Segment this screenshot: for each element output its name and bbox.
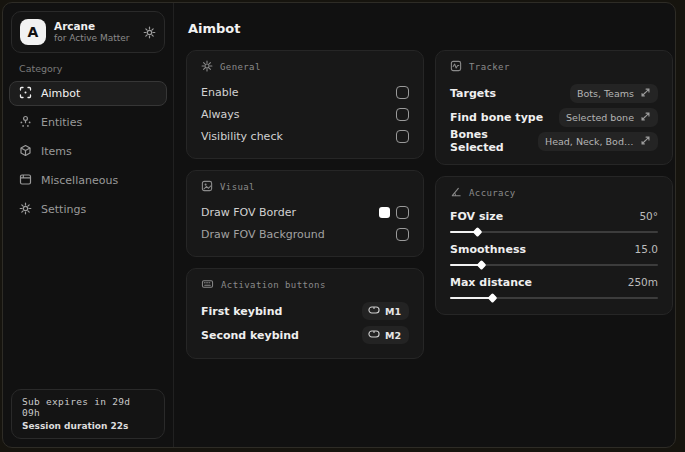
slider-thumb[interactable] bbox=[477, 260, 487, 270]
activation-card-header: Activation buttons bbox=[201, 278, 409, 292]
dropdown-label: Targets bbox=[450, 87, 496, 100]
keybind-row: Second keybind M2 bbox=[201, 323, 409, 347]
setting-label: Enable bbox=[201, 86, 238, 99]
slider-value: 250m bbox=[628, 276, 658, 288]
right-column: Tracker Targets Bots, Teams Find bone ty… bbox=[435, 50, 673, 315]
setting-row: Draw FOV Border bbox=[201, 201, 409, 223]
sidebar-item-items[interactable]: Items bbox=[9, 139, 167, 164]
dropdown-value: Selected bone bbox=[566, 112, 634, 123]
dropdown-label: Find bone type bbox=[450, 111, 543, 124]
accuracy-card: Accuracy FOV size 50° bbox=[435, 176, 673, 315]
section-title: Activation buttons bbox=[221, 280, 326, 290]
main-content: Aimbot General Enable Always bbox=[174, 3, 676, 447]
panel-lines-icon bbox=[19, 173, 32, 189]
setting-row: Draw FOV Background bbox=[201, 223, 409, 245]
angle-icon bbox=[450, 186, 462, 200]
accuracy-card-header: Accuracy bbox=[450, 186, 658, 200]
app-name: Arcane bbox=[54, 20, 130, 33]
skeleton-icon bbox=[19, 115, 32, 131]
dropdown-row: Bones Selected Head, Neck, Body, Pe.. bbox=[450, 129, 658, 153]
app-window: A Arcane for Active Matter Category Aimb… bbox=[2, 2, 676, 448]
setting-row: Enable bbox=[201, 81, 409, 103]
dropdown-label: Bones Selected bbox=[450, 128, 538, 154]
section-title: General bbox=[220, 62, 261, 72]
app-header-card: A Arcane for Active Matter bbox=[11, 11, 165, 53]
setting-row: Visibility check bbox=[201, 125, 409, 147]
setting-label: Always bbox=[201, 108, 240, 121]
sub-expiry-text: Sub expires in 29d 09h bbox=[22, 396, 154, 418]
sidebar-item-entities[interactable]: Entities bbox=[9, 110, 167, 135]
expand-icon bbox=[640, 135, 651, 148]
visual-card: Visual Draw FOV Border Draw FOV Backgrou… bbox=[186, 170, 424, 257]
gear-icon bbox=[19, 202, 32, 218]
slider-value: 15.0 bbox=[635, 243, 658, 255]
find-bone-type-dropdown[interactable]: Selected bone bbox=[559, 108, 658, 127]
slider-label: Smoothness bbox=[450, 243, 526, 256]
tracker-card-header: Tracker bbox=[450, 60, 658, 74]
gear-icon[interactable] bbox=[143, 26, 156, 39]
setting-label: Visibility check bbox=[201, 130, 283, 143]
page-title: Aimbot bbox=[188, 21, 673, 36]
keybind-value: M1 bbox=[385, 306, 401, 317]
keyboard-icon bbox=[201, 278, 214, 292]
scan-frame-icon bbox=[19, 86, 32, 102]
general-card: General Enable Always Visibility check bbox=[186, 50, 424, 159]
keybind-label: Second keybind bbox=[201, 329, 299, 342]
draw-fov-background-checkbox[interactable] bbox=[396, 228, 409, 241]
section-title: Accuracy bbox=[469, 188, 516, 198]
fov-size-slider[interactable] bbox=[450, 231, 658, 233]
category-label: Category bbox=[19, 63, 157, 74]
slider-thumb[interactable] bbox=[473, 227, 483, 237]
setting-label: Draw FOV Border bbox=[201, 206, 296, 219]
slider-group: Max distance 250m bbox=[450, 273, 658, 299]
mouse-icon bbox=[368, 304, 380, 318]
sidebar-item-label: Items bbox=[41, 145, 72, 158]
app-title-block: Arcane for Active Matter bbox=[54, 20, 130, 44]
dropdown-value: Head, Neck, Body, Pe.. bbox=[545, 136, 634, 147]
left-column: General Enable Always Visibility check bbox=[186, 50, 424, 359]
smoothness-slider[interactable] bbox=[450, 264, 658, 266]
gear-sparkle-icon bbox=[201, 60, 213, 74]
slider-label: FOV size bbox=[450, 210, 503, 223]
keybind-row: First keybind M1 bbox=[201, 299, 409, 323]
expand-icon bbox=[640, 87, 651, 100]
setting-row: Always bbox=[201, 103, 409, 125]
draw-fov-border-checkbox[interactable] bbox=[396, 206, 409, 219]
image-frame-icon bbox=[201, 180, 213, 194]
mouse-icon bbox=[368, 328, 380, 342]
visibility-check-checkbox[interactable] bbox=[396, 130, 409, 143]
bones-selected-dropdown[interactable]: Head, Neck, Body, Pe.. bbox=[538, 132, 658, 151]
sidebar-nav: Aimbot Entities Items Miscellaneous Sett… bbox=[3, 81, 173, 222]
slider-thumb[interactable] bbox=[487, 293, 497, 303]
sidebar-item-label: Settings bbox=[41, 203, 86, 216]
sidebar-item-miscellaneous[interactable]: Miscellaneous bbox=[9, 168, 167, 193]
slider-value: 50° bbox=[639, 210, 658, 222]
fov-border-color-swatch[interactable] bbox=[379, 207, 390, 218]
subscription-info-card: Sub expires in 29d 09h Session duration … bbox=[11, 389, 165, 439]
visual-card-header: Visual bbox=[201, 180, 409, 194]
first-keybind-button[interactable]: M1 bbox=[362, 302, 409, 320]
sidebar-item-aimbot[interactable]: Aimbot bbox=[9, 81, 167, 106]
sidebar: A Arcane for Active Matter Category Aimb… bbox=[3, 3, 174, 447]
sidebar-item-label: Entities bbox=[41, 116, 82, 129]
enable-checkbox[interactable] bbox=[396, 86, 409, 99]
sidebar-item-settings[interactable]: Settings bbox=[9, 197, 167, 222]
activity-square-icon bbox=[450, 60, 462, 74]
section-title: Visual bbox=[220, 182, 255, 192]
tracker-card: Tracker Targets Bots, Teams Find bone ty… bbox=[435, 50, 673, 165]
sidebar-item-label: Miscellaneous bbox=[41, 174, 118, 187]
max-distance-slider[interactable] bbox=[450, 297, 658, 299]
always-checkbox[interactable] bbox=[396, 108, 409, 121]
dropdown-row: Targets Bots, Teams bbox=[450, 81, 658, 105]
app-subtitle: for Active Matter bbox=[54, 33, 130, 44]
cube-icon bbox=[19, 144, 32, 160]
second-keybind-button[interactable]: M2 bbox=[362, 326, 409, 344]
section-title: Tracker bbox=[469, 62, 510, 72]
targets-dropdown[interactable]: Bots, Teams bbox=[570, 84, 658, 103]
expand-icon bbox=[640, 111, 651, 124]
slider-group: Smoothness 15.0 bbox=[450, 240, 658, 266]
slider-group: FOV size 50° bbox=[450, 207, 658, 233]
activation-buttons-card: Activation buttons First keybind M1 Seco… bbox=[186, 268, 424, 359]
general-card-header: General bbox=[201, 60, 409, 74]
dropdown-row: Find bone type Selected bone bbox=[450, 105, 658, 129]
